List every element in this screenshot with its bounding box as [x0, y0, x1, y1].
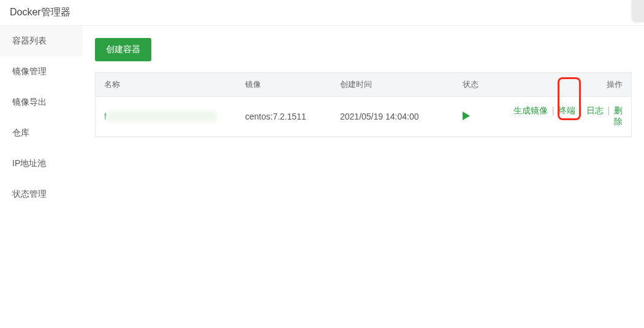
separator: | — [607, 105, 610, 115]
container-table: 名称 镜像 创建时间 状态 操作 f centos:7.2.1511 2021/… — [95, 72, 632, 137]
action-gen-image[interactable]: 生成镜像 — [513, 105, 548, 115]
cell-image: centos:7.2.1511 — [245, 112, 340, 121]
sidebar-item-containers[interactable]: 容器列表 — [0, 26, 83, 56]
create-container-button[interactable]: 创建容器 — [95, 38, 151, 61]
sidebar-item-label: 仓库 — [12, 128, 29, 137]
cell-name: f — [104, 111, 245, 122]
table-row: f centos:7.2.1511 2021/05/19 14:04:00 生成… — [96, 97, 631, 137]
cell-status — [463, 112, 512, 122]
sidebar: 容器列表 镜像管理 镜像导出 仓库 IP地址池 状态管理 — [0, 26, 83, 328]
sidebar-item-label: IP地址池 — [12, 158, 46, 168]
sidebar-item-status-mgmt[interactable]: 状态管理 — [0, 179, 83, 210]
play-icon[interactable] — [463, 112, 470, 122]
page-title: Docker管理器 — [10, 7, 70, 17]
page-header: Docker管理器 — [0, 0, 644, 26]
sidebar-item-image-export[interactable]: 镜像导出 — [0, 87, 83, 118]
sidebar-item-label: 镜像导出 — [12, 97, 47, 107]
main-container: 容器列表 镜像管理 镜像导出 仓库 IP地址池 状态管理 创建容器 名称 镜像 … — [0, 26, 644, 328]
action-logs[interactable]: 日志 — [586, 105, 604, 115]
separator: | — [552, 105, 555, 115]
th-ops: 操作 — [512, 79, 623, 90]
th-name: 名称 — [104, 79, 245, 90]
blurred-name — [107, 111, 217, 122]
cell-ops: 生成镜像 | 终端 | 日志 | 删除 — [512, 105, 623, 128]
sidebar-item-label: 镜像管理 — [12, 66, 47, 76]
action-delete[interactable]: 删除 — [614, 105, 623, 126]
sidebar-item-ip-pool[interactable]: IP地址池 — [0, 148, 83, 179]
sidebar-item-label: 状态管理 — [12, 189, 47, 199]
sidebar-item-images[interactable]: 镜像管理 — [0, 56, 83, 87]
th-created: 创建时间 — [340, 79, 463, 90]
sidebar-item-label: 容器列表 — [12, 36, 47, 45]
action-terminal[interactable]: 终端 — [558, 105, 575, 115]
th-image: 镜像 — [245, 79, 340, 90]
th-status: 状态 — [463, 79, 512, 90]
svg-marker-0 — [463, 112, 470, 120]
cell-created: 2021/05/19 14:04:00 — [340, 112, 463, 121]
sidebar-item-repository[interactable]: 仓库 — [0, 118, 83, 148]
main-content: 创建容器 名称 镜像 创建时间 状态 操作 f centos:7.2.1511 … — [83, 26, 644, 328]
separator: | — [580, 105, 582, 115]
table-header: 名称 镜像 创建时间 状态 操作 — [96, 73, 631, 97]
corner-decoration — [632, 0, 644, 22]
